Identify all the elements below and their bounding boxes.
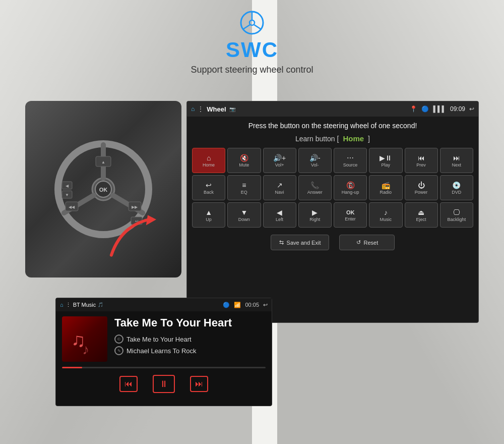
header-left: ⌂ ⋮ Wheel 📷 [191, 105, 235, 113]
save-exit-button[interactable]: ⇆ Save and Exit [271, 235, 330, 250]
radio-icon: 📻 [382, 182, 390, 189]
btn-eject[interactable]: ⏏ Eject [405, 202, 438, 228]
volup-label: Vol+ [275, 162, 284, 168]
btn-music[interactable]: ♪ Music [369, 202, 402, 228]
power-icon: ⏻ [418, 182, 425, 189]
svg-line-4 [254, 25, 261, 29]
back-btn-label: Back [204, 190, 214, 195]
btn-mute[interactable]: 🔇 Mute [227, 148, 261, 173]
home-icon: ⌂ [191, 105, 195, 113]
svg-point-1 [249, 20, 255, 25]
player-controls: ⏮ ⏸ ⏭ [56, 371, 272, 397]
next-label: Next [452, 162, 462, 168]
bt-status-group: 🔵 📶 00:05 ↩ [223, 302, 268, 308]
btn-ok[interactable]: OK Enter [334, 202, 367, 228]
next-button[interactable]: ⏭ [190, 376, 208, 392]
source-icon: ⋯ [347, 154, 354, 161]
track-1-icon: © [114, 335, 123, 344]
btn-left[interactable]: ◀ Left [263, 202, 296, 228]
btn-voldown[interactable]: 🔊- Vol- [298, 148, 332, 173]
btn-down[interactable]: ▼ Down [227, 202, 261, 228]
voldown-label: Vol- [311, 162, 319, 168]
pause-btn-icon: ⏸ [159, 379, 168, 390]
btn-back[interactable]: ↩ Back [192, 175, 225, 200]
pause-button[interactable]: ⏸ [153, 375, 175, 393]
bluetooth-status: 🔵 [421, 105, 429, 113]
btn-backlight[interactable]: 🖵 Backlight [440, 202, 473, 228]
location-icon: 📍 [410, 105, 417, 113]
bt-menu-dots: ⋮ [66, 302, 71, 308]
signal-bars: ▌▌▌ [433, 105, 446, 113]
btn-radio[interactable]: 📻 Radio [369, 175, 402, 200]
prev-button[interactable]: ⏮ [119, 376, 138, 392]
svg-text:▲: ▲ [101, 160, 105, 164]
menu-dots: ⋮ [198, 105, 204, 113]
backlight-icon: 🖵 [453, 209, 460, 216]
btn-eq[interactable]: ≡ EQ [227, 175, 261, 200]
bt-signal-icon: 📶 [234, 302, 241, 308]
back-arrow: ↩ [469, 105, 474, 113]
bt-title-group: ⌂ ⋮ BT Music 🎵 [60, 302, 103, 308]
progress-bar-background [62, 367, 266, 368]
svg-line-3 [243, 25, 250, 29]
panel-header: ⌂ ⋮ Wheel 📷 📍 🔵 ▌▌▌ 09:09 ↩ [187, 101, 478, 117]
swc-subtitle: Support steering wheel control [191, 65, 313, 75]
bt-home-icon: ⌂ [60, 302, 64, 308]
radio-label: Radio [380, 190, 392, 195]
btn-answer[interactable]: 📞 Answer [298, 175, 332, 200]
right-label: Right [309, 217, 320, 222]
btn-up[interactable]: ▲ Up [192, 202, 225, 228]
svg-text:OK: OK [99, 187, 108, 193]
swc-title: SWC [226, 38, 278, 62]
source-label: Source [343, 162, 358, 168]
svg-text:♪: ♪ [82, 342, 89, 357]
btn-navi[interactable]: ↗ Navi [263, 175, 296, 200]
btn-dvd[interactable]: 💿 DVD [440, 175, 473, 200]
answer-icon: 📞 [310, 182, 319, 189]
btn-right[interactable]: ▶ Right [298, 202, 332, 228]
answer-label: Answer [307, 190, 323, 195]
ok-label: Enter [345, 216, 356, 221]
btn-volup[interactable]: 🔊+ Vol+ [263, 148, 296, 173]
track-1-name: Take Me to Your Heart [127, 336, 192, 343]
left-icon: ◀ [277, 209, 282, 216]
btn-hangup[interactable]: 📵 Hang-up [334, 175, 367, 200]
up-label: Up [206, 217, 212, 222]
save-exit-icon: ⇆ [279, 239, 284, 246]
album-art-visual: ♫ ♪ [67, 321, 102, 357]
dvd-icon: 💿 [452, 182, 461, 189]
eq-label: EQ [241, 190, 247, 195]
progress-fill [62, 367, 82, 368]
bt-header: ⌂ ⋮ BT Music 🎵 🔵 📶 00:05 ↩ [56, 298, 272, 311]
hangup-label: Hang-up [342, 190, 359, 195]
svg-text:◀: ◀ [66, 184, 69, 188]
steering-wheel-icon [239, 10, 265, 35]
reset-button[interactable]: ↺ Reset [339, 235, 395, 250]
navi-label: Navi [275, 190, 284, 195]
swc-control-panel: ⌂ ⋮ Wheel 📷 📍 🔵 ▌▌▌ 09:09 ↩ Press the bu… [186, 101, 479, 323]
eject-icon: ⏏ [418, 209, 424, 216]
album-art: ♫ ♪ [62, 316, 107, 362]
btn-prev[interactable]: ⏮ Prev [405, 148, 438, 173]
home-btn-label: Home [203, 162, 215, 168]
progress-section [56, 367, 272, 371]
left-label: Left [276, 217, 283, 222]
prev-label: Prev [416, 162, 426, 168]
learn-bracket: ] [368, 135, 370, 143]
next-btn-icon: ⏭ [195, 379, 203, 388]
voldown-icon: 🔊- [309, 154, 321, 161]
mute-icon: 🔇 [240, 154, 248, 161]
volup-icon: 🔊+ [273, 154, 286, 161]
bt-time: 00:05 [245, 302, 259, 308]
play-label: Play [382, 162, 391, 168]
btn-home[interactable]: ⌂ Home [192, 148, 225, 173]
bt-bluetooth-icon: 🔵 [223, 302, 230, 308]
prev-icon: ⏮ [418, 154, 425, 161]
btn-power[interactable]: ⏻ Power [405, 175, 438, 200]
btn-play[interactable]: ▶⏸ Play [369, 148, 402, 173]
track-2-icon: ✎ [114, 346, 123, 355]
dvd-label: DVD [452, 190, 461, 195]
btn-next[interactable]: ⏭ Next [440, 148, 473, 173]
btn-source[interactable]: ⋯ Source [334, 148, 367, 173]
header-right: 📍 🔵 ▌▌▌ 09:09 ↩ [410, 105, 474, 113]
